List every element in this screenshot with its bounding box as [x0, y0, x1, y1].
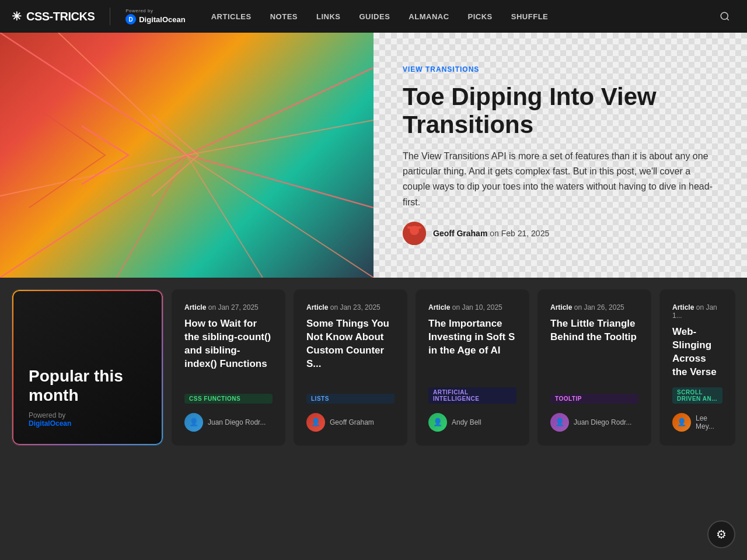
hero-image [0, 33, 374, 278]
article-card[interactable]: Article on Jan 10, 2025 The Importance I… [416, 289, 529, 446]
article-type: Article [428, 303, 450, 312]
article-author: 👤 Andy Bell [428, 413, 516, 432]
svg-point-0 [721, 12, 728, 19]
article-card-partial[interactable]: Article on Jan 1... Web-Slinging Across … [659, 289, 735, 446]
author-avatar: 👤 [672, 413, 691, 432]
author-name: Juan Diego Rodr... [208, 418, 266, 426]
svg-line-5 [187, 120, 374, 155]
search-icon [720, 11, 730, 22]
brand-divider [110, 8, 110, 25]
nav-notes[interactable]: NOTES [262, 8, 306, 26]
article-card[interactable]: Article on Jan 26, 2025 The Little Trian… [537, 289, 651, 446]
brand-logo[interactable]: ✳ CSS-TRICKS [12, 9, 95, 23]
brand-star-icon: ✳ [12, 9, 22, 23]
hero-author-name: Geoff Graham [433, 229, 487, 238]
article-card[interactable]: Article on Jan 27, 2025 How to Wait for … [172, 289, 285, 446]
article-tag: ARTIFICIAL INTELLIGENCE [428, 387, 516, 404]
svg-line-4 [187, 68, 374, 155]
hero-decorative-lines [0, 33, 374, 278]
hero-author-info: Geoff Graham on Feb 21, 2025 [433, 229, 549, 238]
nav-articles[interactable]: ARTICLES [203, 8, 260, 26]
article-date: on Jan 10, 2025 [452, 303, 502, 312]
article-date: on Jan 27, 2025 [208, 303, 259, 312]
author-avatar: 👤 [184, 413, 203, 432]
article-tag: SCROLL DRIVEN AN... [672, 387, 722, 404]
main-nav: ✳ CSS-TRICKS Powered by D DigitalOcean A… [0, 0, 747, 33]
article-title: Web-Slinging Across the Verse [672, 326, 722, 379]
author-avatar-image [403, 222, 426, 245]
article-meta: Article on Jan 26, 2025 [550, 303, 638, 312]
popular-card: Popular this month Powered by DigitalOce… [12, 289, 163, 446]
article-type: Article [550, 303, 572, 312]
hero-title: Toe Dipping Into View Transitions [403, 83, 718, 139]
popular-do-link[interactable]: DigitalOcean [29, 419, 71, 428]
digitalocean-badge[interactable]: Powered by D DigitalOcean [125, 8, 185, 24]
article-meta: Article on Jan 10, 2025 [428, 303, 516, 312]
article-author: 👤 Lee Mey... [672, 413, 722, 432]
nav-picks[interactable]: PICKS [460, 8, 501, 26]
bottom-badge[interactable]: ⚙ [707, 520, 735, 548]
badge-icon: ⚙ [716, 527, 727, 541]
author-name: Juan Diego Rodr... [574, 418, 631, 426]
article-title: The Importance Investing in Soft S in th… [428, 317, 516, 379]
article-title: How to Wait for the sibling-count() and … [184, 317, 273, 386]
article-meta: Article on Jan 27, 2025 [184, 303, 273, 312]
article-tag: CSS FUNCTIONS [184, 394, 273, 404]
article-card[interactable]: Article on Jan 23, 2025 Some Things You … [294, 289, 407, 446]
hero-content: VIEW TRANSITIONS Toe Dipping Into View T… [374, 33, 747, 278]
article-title: The Little Triangle Behind the Tooltip [550, 317, 638, 386]
article-author: 👤 Geoff Graham [306, 413, 395, 432]
nav-links: ARTICLES NOTES LINKS GUIDES ALMANAC PICK… [203, 8, 714, 26]
svg-line-8 [0, 155, 187, 278]
popular-powered-label: Powered by [29, 411, 65, 419]
nav-links-item[interactable]: LINKS [308, 8, 349, 26]
svg-line-7 [187, 155, 374, 278]
article-type: Article [184, 303, 206, 312]
author-name: Lee Mey... [696, 414, 722, 430]
brand: ✳ CSS-TRICKS Powered by D DigitalOcean [12, 8, 186, 25]
do-logo: D DigitalOcean [125, 14, 185, 24]
hero-description: The View Transitions API is more a set o… [403, 149, 718, 211]
cards-section: Popular this month Powered by DigitalOce… [0, 278, 747, 469]
author-name: Andy Bell [452, 418, 481, 426]
hero-author: Geoff Graham on Feb 21, 2025 [403, 222, 718, 245]
article-type: Article [672, 303, 694, 312]
do-circle-icon: D [125, 14, 136, 24]
article-meta: Article on Jan 23, 2025 [306, 303, 395, 312]
article-cards-container: Article on Jan 27, 2025 How to Wait for … [172, 289, 735, 446]
article-author: 👤 Juan Diego Rodr... [184, 413, 273, 432]
article-tag: TOOLTIP [550, 394, 638, 404]
do-name: DigitalOcean [139, 15, 185, 24]
author-avatar: 👤 [428, 413, 447, 432]
powered-by-label: Powered by [125, 8, 185, 13]
nav-shuffle[interactable]: SHUFFLE [503, 8, 556, 26]
article-date: on Jan 23, 2025 [330, 303, 381, 312]
article-meta: Article on Jan 1... [672, 303, 722, 320]
nav-guides[interactable]: GUIDES [351, 8, 399, 26]
nav-almanac[interactable]: ALMANAC [400, 8, 457, 26]
hero-category: VIEW TRANSITIONS [403, 65, 718, 74]
svg-rect-15 [407, 226, 421, 229]
article-type: Article [306, 303, 328, 312]
svg-line-10 [117, 155, 187, 278]
author-avatar: 👤 [306, 413, 325, 432]
article-author: 👤 Juan Diego Rodr... [550, 413, 638, 432]
article-date: on Jan 26, 2025 [574, 303, 624, 312]
popular-title: Popular this month [29, 366, 146, 405]
hero-author-avatar [403, 222, 426, 245]
hero-author-date: on Feb 21, 2025 [490, 229, 549, 238]
article-tag: LISTS [306, 394, 395, 404]
svg-line-2 [0, 33, 187, 155]
author-avatar: 👤 [550, 413, 569, 432]
search-button[interactable] [714, 6, 735, 27]
popular-powered: Powered by DigitalOcean [29, 411, 146, 428]
brand-name: CSS-TRICKS [26, 10, 95, 23]
article-title: Some Things You Not Know About Custom Co… [306, 317, 395, 386]
hero-section: VIEW TRANSITIONS Toe Dipping Into View T… [0, 33, 747, 278]
author-name: Geoff Graham [330, 418, 374, 426]
